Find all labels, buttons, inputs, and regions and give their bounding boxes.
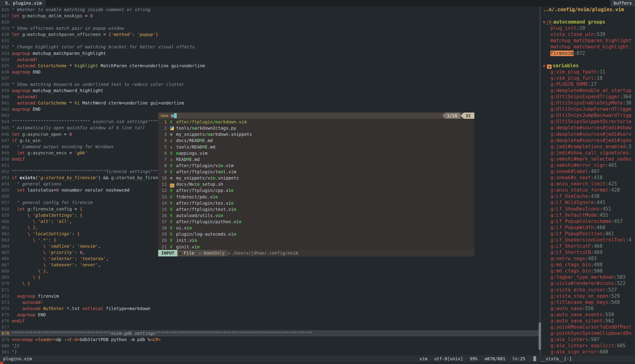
tag-item[interactable]: g:deoplete#sources#jedi#serv (540, 131, 635, 137)
tag-item[interactable]: g:PLUGIN_HOME:27 (540, 81, 635, 87)
result-row[interactable]: 17Vafter/ftplugin/python.vim (158, 219, 474, 225)
tag-item[interactable]: g:Lf_WildIgnore:441 (540, 199, 635, 206)
tag-item[interactable]: g:Lf_ShowDevIcons:451 (540, 206, 635, 212)
code-line[interactable]: 829" Show offscreen match pair in popup … (0, 25, 540, 31)
tag-item[interactable]: g:Lf_PopupPosition:461 (540, 231, 635, 237)
chevron-down-icon[interactable]: ▼ (543, 20, 545, 24)
sidebar-section-header[interactable]: ▼?autocommand groups (540, 19, 635, 25)
code-line[interactable]: 839augroup matchup_matchword_highlight (0, 87, 540, 94)
tag-item[interactable]: g:sneak#s_next:418 (540, 175, 635, 181)
tag-item[interactable]: g:deoplete#sources#jedi#show (540, 125, 635, 131)
code-line[interactable]: 874 autocmd BufEnter *.txt setlocal file… (0, 305, 540, 312)
tag-item[interactable]: g:Lf_UseCache:438 (540, 193, 635, 199)
code-line[interactable]: 870 \ } (0, 280, 540, 286)
search-query[interactable]: m (171, 113, 174, 119)
tag-item[interactable]: g:UltiSnipsExpandTrigger:364 (540, 94, 635, 100)
code-line[interactable]: 869 \ } (0, 274, 540, 280)
result-row[interactable]: 19Vplugin/log-autocmds.vim (158, 231, 474, 237)
tag-item[interactable]: g:yoinkMoveCursorToEndOfPast (540, 324, 635, 330)
tag-item[interactable]: g:Lf_DefaultMode:455 (540, 212, 635, 218)
tag-item[interactable]: g:titlecase_map_keys:548 (540, 299, 635, 305)
code-line[interactable]: 830let g:matchup_matchparen_offscreen = … (0, 31, 540, 38)
tag-item[interactable]: g:tagbar_type_markdown:503 (540, 274, 635, 280)
code-line[interactable]: 836augroup END (0, 69, 540, 75)
code-line[interactable]: 841 autocmd ColorScheme * hi MatchWord c… (0, 100, 540, 106)
code-line[interactable]: 838" Show matching keyword as underlined… (0, 81, 540, 87)
tag-item[interactable]: g:vim_plug_fpath:11 (540, 69, 635, 75)
result-row[interactable]: 6Vmappings.vim (158, 150, 474, 156)
tag-item[interactable]: plug_init:20 (540, 25, 635, 31)
code-line[interactable]: 827let g:matchup_delim_noskips = 0 (0, 13, 540, 19)
code-line[interactable]: 832" Change highlight color of matching … (0, 44, 540, 50)
tag-item[interactable]: g:ale_sign_error:608 (540, 349, 635, 355)
tab-plugins-vim[interactable]: 5. plugins.vim (0, 0, 46, 7)
result-row[interactable]: 4↓docs/README.md (158, 137, 474, 144)
tag-item[interactable]: g:auto_save_events:559 (540, 312, 635, 318)
result-row[interactable]: 13Vftdetect/pdc.vim (158, 194, 474, 200)
code-line[interactable]: 872 augroup firenvim (0, 293, 540, 299)
result-row[interactable]: 8Vafter/ftplugin/vim.vim (158, 162, 474, 169)
tag-item[interactable]: g:Lf_PopupColorscheme:457 (540, 218, 635, 224)
tag-item[interactable]: g:Lf_ShortcutF:468 (540, 243, 635, 249)
code-line[interactable]: 828 (0, 19, 540, 25)
code-line[interactable]: 878"""""""""""""""""""""""""""""""""""""… (0, 330, 540, 336)
result-row[interactable]: 21Vginit.vim (158, 244, 474, 250)
tab-buffers[interactable]: buffers (611, 0, 635, 7)
tag-item[interactable]: g:jedi#completions_enabled:3 (540, 144, 635, 150)
tag-item[interactable]: g:md_ctags_bin:498 (540, 262, 635, 268)
tag-item[interactable]: g:yoinkSyncSystemClipboardOn (540, 330, 635, 336)
tag-item[interactable]: g:Lf_PopupWidth:460 (540, 224, 635, 231)
tag-item[interactable]: g:auto_save:556 (540, 305, 635, 312)
tag-item[interactable]: g:auto_save_silent:562 (540, 318, 635, 324)
result-row[interactable]: 20Vinit.vim (158, 237, 474, 243)
code-line[interactable]: 835 autocmd ColorScheme * highlight Matc… (0, 63, 540, 69)
tag-item[interactable]: g:sneak#label:407 (540, 168, 635, 175)
code-line[interactable]: 834 autocmd! (0, 56, 540, 63)
tag-item[interactable]: g:anzu_search_limit:425 (540, 181, 635, 187)
tag-item[interactable]: g:vista#renderer#icons:522 (540, 280, 635, 286)
code-line[interactable]: 877 (0, 324, 540, 330)
code-line[interactable]: 881"} (0, 349, 540, 355)
tag-item[interactable]: firenvim:872 (540, 50, 635, 56)
code-line[interactable]: 879nnoremap <leader>dp :<C-U>GdbStartPDB… (0, 336, 540, 343)
code-line[interactable]: 871 (0, 287, 540, 293)
result-row[interactable]: 18Vui.vim (158, 225, 474, 231)
tag-item[interactable]: g:UltiSnipsJumpForwardTrigge (540, 106, 635, 112)
tag-item[interactable]: vista_close_win:539 (540, 31, 635, 38)
result-row[interactable]: 12Vafter/ftplugin/cpp.vim (158, 187, 474, 193)
result-row[interactable]: 5↓tools/README.md (158, 144, 474, 150)
code-line[interactable]: 873 autocmd! (0, 299, 540, 305)
result-row[interactable]: 15Vafter/ftplugin/text.vim (158, 206, 474, 212)
code-line[interactable]: 840 autocmd! (0, 94, 540, 100)
tag-item[interactable]: g:semshi#mark_selected_nodes (540, 156, 635, 162)
tag-item[interactable]: g:semshi#error_sign:401 (540, 162, 635, 168)
chevron-down-icon[interactable]: ▼ (543, 64, 545, 68)
code-line[interactable]: 868 \ }, (0, 268, 540, 274)
code-line[interactable]: 833augroup matchup_matchparen_highlight (0, 50, 540, 56)
tag-item[interactable]: g:vista_stay_on_open:529 (540, 293, 635, 299)
result-row[interactable]: 2tools/markdown2ctags.py (158, 125, 474, 131)
tag-item[interactable]: g:deoplete#sources#jedi#igno (540, 137, 635, 144)
code-line[interactable]: 826" Whether to enable matching inside c… (0, 7, 540, 13)
result-row[interactable]: 16Vautoload/utils.vim (158, 212, 474, 219)
tag-item[interactable]: g:UltiSnipsEnableSnipMate:36 (540, 100, 635, 106)
sidebar-scrollbar-thumb[interactable] (539, 322, 541, 350)
code-line[interactable]: 866 \ 'selector': 'textarea', (0, 255, 540, 262)
code-line[interactable]: 842augroup END (0, 106, 540, 112)
tag-item[interactable]: g:ale_linters_explicit:605 (540, 343, 635, 349)
result-row[interactable]: 14Vafter/ftplugin/tex.vim (158, 200, 474, 206)
code-line[interactable]: 831 (0, 38, 540, 44)
tag-item[interactable]: g:Lf_ShortcutB:469 (540, 249, 635, 255)
result-row[interactable]: 1Vafter/ftplugin/markdown.vim (158, 119, 474, 125)
result-row[interactable]: 11>_docs/Nvim_setup.sh (158, 181, 474, 187)
code-line[interactable]: 837 (0, 75, 540, 81)
code-line[interactable]: 875 augroup END (0, 312, 540, 318)
result-row[interactable]: 10≡my_snippets/vim.snippets (158, 175, 474, 181)
tag-item[interactable]: g:ale_linters:597 (540, 336, 635, 343)
code-line[interactable]: 867 \ 'takeover': 'never', (0, 262, 540, 268)
result-row[interactable]: 7↓README.md (158, 156, 474, 162)
sidebar-section-header[interactable]: ▼xvariables (540, 63, 635, 69)
tag-item[interactable]: g:anzu_status_format:428 (540, 187, 635, 193)
code-line[interactable]: 880"}} (0, 343, 540, 349)
tag-item[interactable]: g:deoplete#enable_at_startup (540, 87, 635, 94)
